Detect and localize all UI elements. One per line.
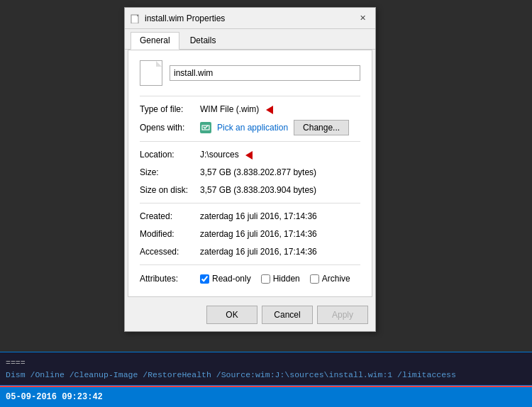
type-value: WIM File (.wim): [200, 104, 360, 114]
tab-general[interactable]: General: [131, 32, 179, 50]
accessed-label: Accessed:: [140, 247, 200, 257]
type-section: Type of file: WIM File (.wim) Opens with…: [140, 96, 360, 135]
attributes-row: Attributes: Read-only Hidden Archive: [140, 274, 360, 284]
modified-label: Modified:: [140, 229, 200, 239]
pick-app-icon: [200, 122, 211, 133]
properties-dialog: install.wim Properties ✕ General Details…: [124, 7, 376, 332]
apply-button[interactable]: Apply: [317, 306, 368, 324]
accessed-value: zaterdag 16 juli 2016, 17:14:36: [200, 247, 360, 257]
accessed-row: Accessed: zaterdag 16 juli 2016, 17:14:3…: [140, 245, 360, 259]
location-arrow-icon: [245, 151, 253, 160]
hidden-label: Hidden: [273, 274, 300, 284]
size-disk-label: Size on disk:: [140, 185, 200, 195]
title-bar: install.wim Properties ✕: [125, 8, 375, 29]
archive-label: Archive: [322, 274, 350, 284]
opens-with-row: Opens with: Pick an application Change..…: [140, 120, 360, 135]
location-section: Location: J:\sources Size: 3,57 GB (3.83…: [140, 141, 360, 197]
opens-with-content: Pick an application Change...: [200, 120, 349, 135]
modified-value: zaterdag 16 juli 2016, 17:14:36: [200, 229, 360, 239]
cancel-button[interactable]: Cancel: [262, 306, 313, 324]
change-button[interactable]: Change...: [294, 120, 349, 135]
readonly-checkbox[interactable]: [200, 274, 209, 284]
close-button[interactable]: ✕: [355, 11, 370, 26]
location-row: Location: J:\sources: [140, 147, 360, 162]
size-disk-value: 3,57 GB (3.838.203.904 bytes): [200, 185, 360, 195]
filename-input[interactable]: [170, 65, 360, 81]
created-label: Created:: [140, 211, 200, 221]
attributes-section: Attributes: Read-only Hidden Archive: [140, 264, 360, 284]
tab-details[interactable]: Details: [181, 32, 226, 49]
created-value: zaterdag 16 juli 2016, 17:14:36: [200, 211, 360, 221]
terminal-dism-text: Dism /Online /Cleanup-Image /RestoreHeal…: [6, 370, 456, 379]
dialog-icon: [131, 13, 140, 23]
dialog-content: Type of file: WIM File (.wim) Opens with…: [128, 50, 372, 297]
size-label: Size:: [140, 167, 200, 177]
terminal-command: Dism /Online /Cleanup-Image /RestoreHeal…: [6, 369, 526, 381]
dates-section: Created: zaterdag 16 juli 2016, 17:14:36…: [140, 203, 360, 259]
created-row: Created: zaterdag 16 juli 2016, 17:14:36: [140, 209, 360, 223]
archive-checkbox-label[interactable]: Archive: [310, 274, 350, 284]
modified-row: Modified: zaterdag 16 juli 2016, 17:14:3…: [140, 227, 360, 241]
file-icon: [140, 60, 162, 86]
size-value: 3,57 GB (3.838.202.877 bytes): [200, 167, 360, 177]
terminal-panel: ==== Dism /Online /Cleanup-Image /Restor…: [0, 352, 532, 386]
type-label: Type of file:: [140, 104, 200, 114]
status-bar: 05-09-2016 09:23:42: [0, 386, 532, 407]
size-row: Size: 3,57 GB (3.838.202.877 bytes): [140, 165, 360, 179]
location-label: Location:: [140, 150, 200, 160]
pick-app-link[interactable]: Pick an application: [217, 123, 288, 133]
dialog-buttons: OK Cancel Apply: [125, 300, 375, 331]
terminal-separator: ====: [6, 357, 526, 369]
opens-label: Opens with:: [140, 123, 200, 133]
tabs-container: General Details: [125, 29, 375, 50]
size-disk-row: Size on disk: 3,57 GB (3.838.203.904 byt…: [140, 183, 360, 197]
type-arrow-icon: [266, 106, 273, 114]
readonly-label: Read-only: [212, 274, 251, 284]
filename-row: [140, 60, 360, 86]
type-row: Type of file: WIM File (.wim): [140, 102, 360, 116]
ok-button[interactable]: OK: [206, 306, 257, 324]
attributes-label: Attributes:: [140, 274, 200, 284]
location-value: J:\sources: [200, 150, 360, 160]
readonly-checkbox-label[interactable]: Read-only: [200, 274, 251, 284]
dialog-title: install.wim Properties: [145, 13, 225, 23]
checkbox-group: Read-only Hidden Archive: [200, 274, 350, 284]
hidden-checkbox[interactable]: [261, 274, 270, 284]
hidden-checkbox-label[interactable]: Hidden: [261, 274, 300, 284]
archive-checkbox[interactable]: [310, 274, 319, 284]
datetime-text: 05-09-2016 09:23:42: [6, 392, 103, 402]
